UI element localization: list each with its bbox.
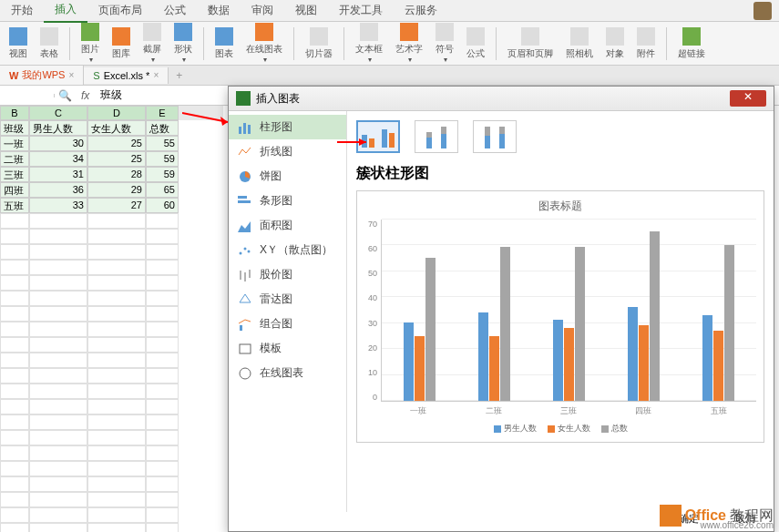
cell[interactable]: 59 xyxy=(146,151,179,167)
cell[interactable] xyxy=(0,414,29,430)
cell[interactable]: 总数 xyxy=(146,120,179,136)
cell[interactable] xyxy=(0,430,29,445)
cell[interactable] xyxy=(29,492,87,507)
cell[interactable] xyxy=(146,229,179,244)
cell[interactable] xyxy=(146,337,179,353)
cell[interactable] xyxy=(87,414,146,430)
col-header[interactable]: D xyxy=(87,106,146,120)
cell[interactable]: 男生人数 xyxy=(29,120,87,136)
cell[interactable] xyxy=(146,306,179,322)
cell[interactable] xyxy=(146,275,179,291)
tab-insert[interactable]: 插入 xyxy=(44,0,87,23)
cell[interactable] xyxy=(29,399,87,414)
tool-symbol[interactable]: 符号▾ xyxy=(430,21,459,66)
chart-type-pie[interactable]: 饼图 xyxy=(229,164,346,189)
tool-attach[interactable]: 附件 xyxy=(631,26,661,62)
cell[interactable] xyxy=(0,306,29,322)
cell[interactable] xyxy=(0,229,29,244)
tab-review[interactable]: 审阅 xyxy=(241,0,284,22)
close-button[interactable]: ✕ xyxy=(730,90,766,107)
cell[interactable] xyxy=(29,244,87,260)
cell[interactable] xyxy=(87,213,146,229)
cell[interactable]: 29 xyxy=(87,182,146,198)
cell[interactable] xyxy=(0,322,29,337)
cell[interactable] xyxy=(146,353,179,368)
chart-preview[interactable]: 图表标题 706050403020100 一班二班三班四班五班 男生人数女生人数… xyxy=(356,190,764,443)
cell[interactable]: 28 xyxy=(87,167,146,182)
chart-type-combo[interactable]: 组合图 xyxy=(229,312,346,336)
cell[interactable]: 33 xyxy=(29,198,87,213)
cell[interactable] xyxy=(29,368,87,384)
cell[interactable] xyxy=(87,430,146,445)
cell[interactable]: 五班 xyxy=(0,198,29,213)
cell[interactable]: 60 xyxy=(146,198,179,213)
cell[interactable] xyxy=(0,492,29,507)
cell[interactable] xyxy=(87,461,146,476)
cell[interactable] xyxy=(87,492,146,507)
cell[interactable] xyxy=(0,337,29,353)
cell[interactable] xyxy=(0,476,29,492)
cell[interactable] xyxy=(87,399,146,414)
cell[interactable] xyxy=(87,244,146,260)
tool-camera[interactable]: 照相机 xyxy=(560,26,599,62)
cell[interactable] xyxy=(146,507,179,523)
tool-object[interactable]: 对象 xyxy=(600,26,630,62)
cell[interactable]: 31 xyxy=(29,167,87,182)
cell[interactable] xyxy=(0,384,29,399)
tool-view[interactable]: 视图 xyxy=(4,26,33,62)
cell[interactable] xyxy=(87,229,146,244)
chart-type-online[interactable]: 在线图表 xyxy=(229,361,346,385)
cell[interactable] xyxy=(0,260,29,275)
cell[interactable]: 班级 xyxy=(0,120,29,136)
cell[interactable] xyxy=(0,445,29,461)
add-doc-button[interactable]: + xyxy=(169,69,190,82)
tool-wordart[interactable]: 艺术字▾ xyxy=(390,21,428,66)
cell[interactable] xyxy=(87,291,146,306)
cell[interactable]: 30 xyxy=(29,136,87,151)
cell[interactable]: 女生人数 xyxy=(87,120,146,136)
cell[interactable]: 二班 xyxy=(0,151,29,167)
cell[interactable] xyxy=(29,461,87,476)
cell[interactable]: 25 xyxy=(87,151,146,167)
cell[interactable] xyxy=(0,461,29,476)
tool-slicer[interactable]: 切片器 xyxy=(300,26,338,62)
tool-gallery[interactable]: 图库 xyxy=(107,26,136,62)
tool-hyperlink[interactable]: 超链接 xyxy=(672,26,711,62)
chart-type-stock[interactable]: 股价图 xyxy=(229,262,346,287)
cell[interactable] xyxy=(87,306,146,322)
cell[interactable] xyxy=(87,322,146,337)
cell[interactable]: 59 xyxy=(146,167,179,182)
chart-type-template[interactable]: 模板 xyxy=(229,336,346,361)
cell[interactable] xyxy=(29,229,87,244)
col-header[interactable]: B xyxy=(0,106,29,120)
cell[interactable] xyxy=(0,291,29,306)
cell[interactable]: 四班 xyxy=(0,182,29,198)
cell[interactable] xyxy=(29,213,87,229)
tool-onlinechart[interactable]: 在线图表▾ xyxy=(241,21,288,66)
tool-headerfooter[interactable]: 页眉和页脚 xyxy=(502,26,559,62)
cell[interactable] xyxy=(29,260,87,275)
cell[interactable] xyxy=(146,368,179,384)
cell[interactable] xyxy=(29,430,87,445)
cell[interactable] xyxy=(146,244,179,260)
cell[interactable] xyxy=(0,507,29,523)
cell[interactable] xyxy=(29,523,87,532)
tab-view[interactable]: 视图 xyxy=(284,0,328,22)
tab-formula[interactable]: 公式 xyxy=(153,0,197,22)
cell[interactable] xyxy=(29,445,87,461)
cell[interactable]: 27 xyxy=(87,198,146,213)
close-icon[interactable]: × xyxy=(68,70,74,80)
cell[interactable] xyxy=(29,306,87,322)
cell[interactable] xyxy=(146,492,179,507)
tab-data[interactable]: 数据 xyxy=(197,0,241,22)
cell[interactable] xyxy=(146,476,179,492)
cell[interactable] xyxy=(87,384,146,399)
cell[interactable]: 三班 xyxy=(0,167,29,182)
cell[interactable] xyxy=(146,445,179,461)
cell[interactable] xyxy=(146,291,179,306)
tool-equation[interactable]: 公式 xyxy=(461,26,490,62)
chart-type-radar[interactable]: 雷达图 xyxy=(229,287,346,312)
cell[interactable] xyxy=(146,523,179,532)
cell[interactable] xyxy=(29,414,87,430)
tool-shapes[interactable]: 形状▾ xyxy=(169,21,198,66)
